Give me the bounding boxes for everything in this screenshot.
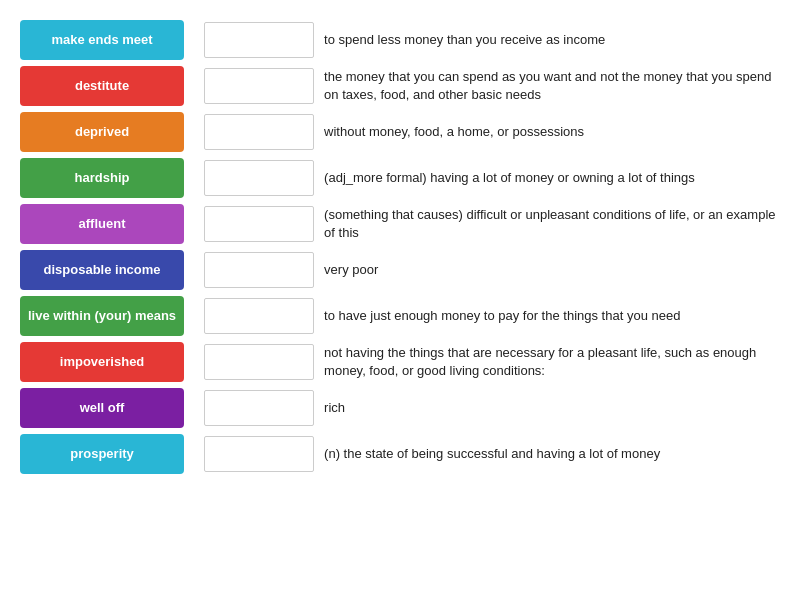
word-btn-1[interactable]: destitute xyxy=(20,66,184,106)
word-btn-8[interactable]: well off xyxy=(20,388,184,428)
definition-row-7: not having the things that are necessary… xyxy=(204,342,780,382)
word-btn-5[interactable]: disposable income xyxy=(20,250,184,290)
answer-input-4[interactable] xyxy=(204,206,314,242)
word-column: make ends meetdestitutedeprivedhardshipa… xyxy=(20,20,184,474)
definition-column: to spend less money than you receive as … xyxy=(204,20,780,474)
answer-input-1[interactable] xyxy=(204,68,314,104)
definition-text-5: very poor xyxy=(324,261,780,279)
definition-row-6: to have just enough money to pay for the… xyxy=(204,296,780,336)
definition-text-4: (something that causes) difficult or unp… xyxy=(324,206,780,242)
definition-row-3: (adj_more formal) having a lot of money … xyxy=(204,158,780,198)
main-container: make ends meetdestitutedeprivedhardshipa… xyxy=(20,20,780,474)
definition-row-2: without money, food, a home, or possessi… xyxy=(204,112,780,152)
definition-text-7: not having the things that are necessary… xyxy=(324,344,780,380)
word-btn-7[interactable]: impoverished xyxy=(20,342,184,382)
word-btn-6[interactable]: live within (your) means xyxy=(20,296,184,336)
word-btn-9[interactable]: prosperity xyxy=(20,434,184,474)
definition-row-1: the money that you can spend as you want… xyxy=(204,66,780,106)
definition-text-8: rich xyxy=(324,399,780,417)
answer-input-5[interactable] xyxy=(204,252,314,288)
definition-text-6: to have just enough money to pay for the… xyxy=(324,307,780,325)
answer-input-0[interactable] xyxy=(204,22,314,58)
definition-row-4: (something that causes) difficult or unp… xyxy=(204,204,780,244)
word-btn-4[interactable]: affluent xyxy=(20,204,184,244)
word-btn-2[interactable]: deprived xyxy=(20,112,184,152)
answer-input-8[interactable] xyxy=(204,390,314,426)
answer-input-9[interactable] xyxy=(204,436,314,472)
answer-input-3[interactable] xyxy=(204,160,314,196)
definition-text-3: (adj_more formal) having a lot of money … xyxy=(324,169,780,187)
definition-row-9: (n) the state of being successful and ha… xyxy=(204,434,780,474)
definition-text-9: (n) the state of being successful and ha… xyxy=(324,445,780,463)
definition-text-0: to spend less money than you receive as … xyxy=(324,31,780,49)
definition-text-1: the money that you can spend as you want… xyxy=(324,68,780,104)
definition-text-2: without money, food, a home, or possessi… xyxy=(324,123,780,141)
definition-row-8: rich xyxy=(204,388,780,428)
definition-row-0: to spend less money than you receive as … xyxy=(204,20,780,60)
definition-row-5: very poor xyxy=(204,250,780,290)
word-btn-3[interactable]: hardship xyxy=(20,158,184,198)
word-btn-0[interactable]: make ends meet xyxy=(20,20,184,60)
answer-input-7[interactable] xyxy=(204,344,314,380)
answer-input-2[interactable] xyxy=(204,114,314,150)
answer-input-6[interactable] xyxy=(204,298,314,334)
